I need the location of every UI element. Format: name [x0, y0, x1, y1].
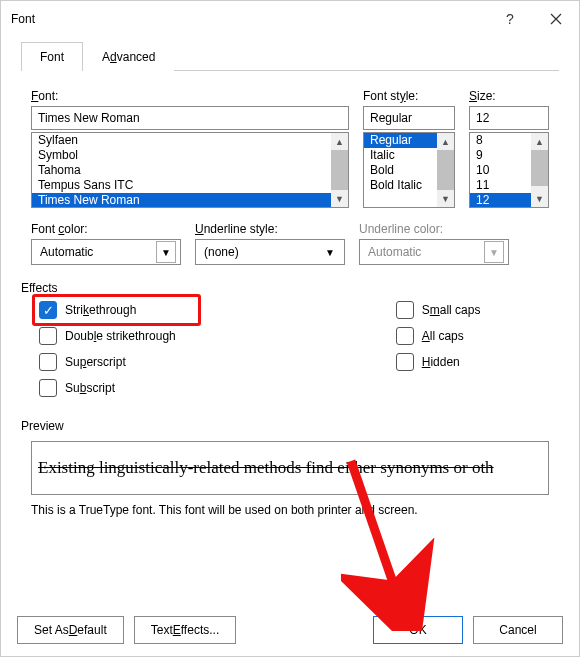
style-listbox[interactable]: Regular Italic Bold Bold Italic ▲ ▼	[363, 132, 455, 208]
size-input[interactable]	[469, 106, 549, 130]
scroll-thumb[interactable]	[437, 150, 454, 190]
scrollbar[interactable]: ▲ ▼	[331, 133, 348, 207]
set-default-button[interactable]: Set As Default	[17, 616, 124, 644]
font-dialog: Font ? Font Advanced Font: Sylfaen Symbo…	[0, 0, 580, 657]
tab-advanced-label: Advanced	[102, 50, 155, 64]
superscript-label: Superscript	[65, 355, 126, 369]
fontcolor-label: Font color:	[31, 222, 181, 236]
list-item[interactable]: Sylfaen	[32, 133, 348, 148]
font-listbox[interactable]: Sylfaen Symbol Tahoma Tempus Sans ITC Ti…	[31, 132, 349, 208]
window-title: Font	[11, 12, 487, 26]
scrollbar[interactable]: ▲ ▼	[437, 133, 454, 207]
scroll-up-icon[interactable]: ▲	[437, 133, 454, 150]
ok-button[interactable]: OK	[373, 616, 463, 644]
chevron-down-icon: ▼	[484, 241, 504, 263]
list-item[interactable]: Tempus Sans ITC	[32, 178, 348, 193]
scroll-down-icon[interactable]: ▼	[437, 190, 454, 207]
effects-group: ✓ Strikethrough Double strikethrough Sup…	[31, 301, 549, 397]
underline-color-value: Automatic	[368, 245, 421, 259]
chevron-down-icon: ▼	[156, 241, 176, 263]
scroll-thumb[interactable]	[531, 150, 548, 186]
font-label: Font:	[31, 89, 349, 103]
preview-box: Existing linguistically-related methods …	[31, 441, 549, 495]
list-item[interactable]: Tahoma	[32, 163, 348, 178]
double-strikethrough-checkbox[interactable]	[39, 327, 57, 345]
underline-style-value: (none)	[204, 245, 239, 259]
preview-label: Preview	[21, 419, 549, 433]
font-input[interactable]	[31, 106, 349, 130]
allcaps-label: All caps	[422, 329, 464, 343]
titlebar: Font ?	[1, 1, 579, 37]
scrollbar[interactable]: ▲ ▼	[531, 133, 548, 207]
strikethrough-checkbox[interactable]: ✓	[39, 301, 57, 319]
effects-label: Effects	[21, 281, 549, 295]
scroll-up-icon[interactable]: ▲	[331, 133, 348, 150]
fontcolor-value: Automatic	[40, 245, 93, 259]
allcaps-checkbox[interactable]	[396, 327, 414, 345]
strikethrough-label: Strikethrough	[65, 303, 136, 317]
style-input[interactable]	[363, 106, 455, 130]
size-listbox[interactable]: 8 9 10 11 12 ▲ ▼	[469, 132, 549, 208]
smallcaps-label: Small caps	[422, 303, 481, 317]
scroll-down-icon[interactable]: ▼	[331, 190, 348, 207]
tab-font-label: Font	[40, 50, 64, 64]
list-item[interactable]: Symbol	[32, 148, 348, 163]
close-icon	[550, 13, 562, 25]
underline-style-combo[interactable]: (none) ▼	[195, 239, 345, 265]
text-effects-button[interactable]: Text Effects...	[134, 616, 237, 644]
tabstrip: Font Advanced	[21, 41, 559, 71]
hidden-label: Hidden	[422, 355, 460, 369]
underline-style-label: Underline style:	[195, 222, 345, 236]
fontcolor-combo[interactable]: Automatic ▼	[31, 239, 181, 265]
footer: Set As Default Text Effects... OK Cancel	[1, 604, 579, 656]
help-button[interactable]: ?	[487, 3, 533, 35]
subscript-checkbox[interactable]	[39, 379, 57, 397]
preview-text: Existing linguistically-related methods …	[38, 458, 494, 478]
underline-color-combo: Automatic ▼	[359, 239, 509, 265]
smallcaps-checkbox[interactable]	[396, 301, 414, 319]
content: Font: Sylfaen Symbol Tahoma Tempus Sans …	[1, 71, 579, 527]
hidden-checkbox[interactable]	[396, 353, 414, 371]
double-strikethrough-label: Double strikethrough	[65, 329, 176, 343]
underline-color-label: Underline color:	[359, 222, 509, 236]
size-label: Size:	[469, 89, 549, 103]
scroll-thumb[interactable]	[331, 150, 348, 190]
subscript-label: Subscript	[65, 381, 115, 395]
scroll-down-icon[interactable]: ▼	[531, 190, 548, 207]
tab-font[interactable]: Font	[21, 42, 83, 71]
tab-advanced[interactable]: Advanced	[83, 42, 174, 71]
superscript-checkbox[interactable]	[39, 353, 57, 371]
close-button[interactable]	[533, 3, 579, 35]
strikethrough-highlight: ✓ Strikethrough	[32, 294, 201, 326]
chevron-down-icon: ▼	[320, 241, 340, 263]
cancel-button[interactable]: Cancel	[473, 616, 563, 644]
list-item-selected[interactable]: Times New Roman	[32, 193, 348, 208]
preview-description: This is a TrueType font. This font will …	[31, 503, 549, 517]
scroll-up-icon[interactable]: ▲	[531, 133, 548, 150]
style-label: Font style:	[363, 89, 455, 103]
